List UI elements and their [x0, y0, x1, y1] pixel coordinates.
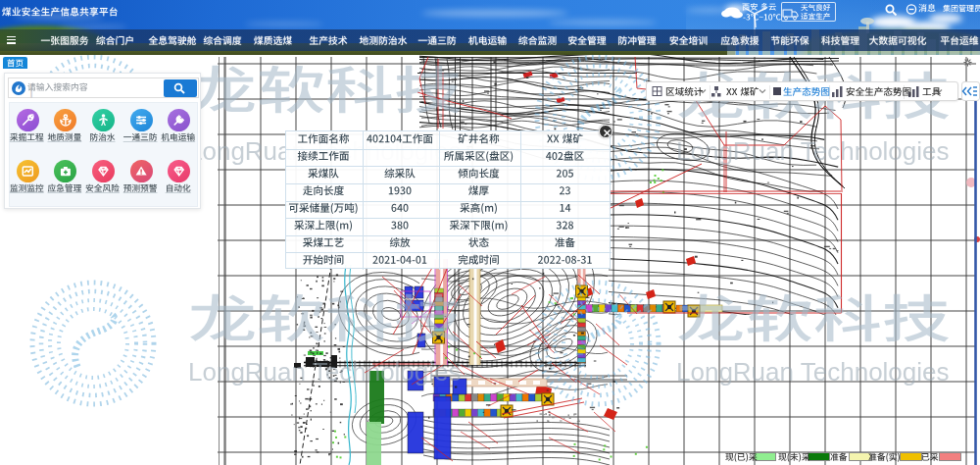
- svg-text:LongRuan Technologies: LongRuan Technologies: [188, 357, 462, 387]
- svg-text:LongRuan Technologies: LongRuan Technologies: [676, 136, 950, 166]
- svg-text:LongRuan Technologies: LongRuan Technologies: [676, 357, 950, 387]
